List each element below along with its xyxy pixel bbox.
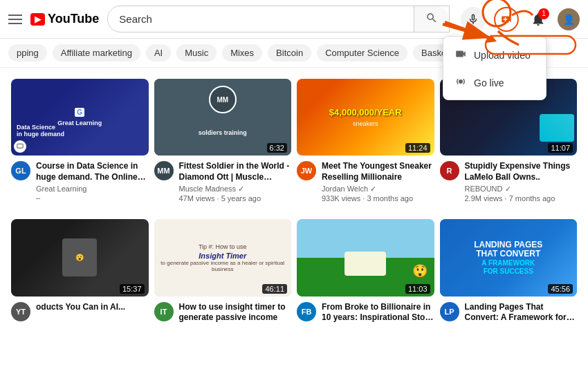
chip-music[interactable]: Music xyxy=(176,44,217,62)
video-info-6: IT How to use insight timer to generate … xyxy=(154,302,292,326)
thumbnail-8: LANDING PAGES THAT CONVERT A FRAMEWORK F… xyxy=(440,219,578,296)
video-meta-5: oducts You Can in AI... xyxy=(36,302,149,315)
video-card-3[interactable]: $4,000,000/YEAR sneakers 11:24 JW Meet T… xyxy=(297,79,434,203)
video-info-2: MM Fittest Soldier in the World - Diamon… xyxy=(154,161,292,203)
video-card-1[interactable]: G Great Learning Data Sciencein huge dem… xyxy=(11,79,149,203)
search-input[interactable] xyxy=(108,8,414,30)
duration-8: 45:56 xyxy=(548,284,573,294)
video-title-3: Meet The Youngest Sneaker Reselling Mill… xyxy=(322,161,434,182)
notification-badge: 1 xyxy=(538,8,549,19)
svg-point-0 xyxy=(459,79,463,84)
duration-7: 11:03 xyxy=(405,284,430,294)
video-title-8: Landing Pages That Convert: A Framework … xyxy=(465,302,578,323)
video-stats-3: 933K views · 3 months ago xyxy=(322,194,434,203)
channel-avatar-1: GL xyxy=(11,161,30,180)
thumbnail-3: $4,000,000/YEAR sneakers 11:24 xyxy=(297,79,434,156)
svg-rect-1 xyxy=(17,144,23,148)
channel-avatar-7: FB xyxy=(297,302,316,321)
upload-video-label: Upload video xyxy=(474,50,531,61)
video-meta-8: Landing Pages That Convert: A Framework … xyxy=(465,302,578,326)
duration-6: 46:11 xyxy=(262,284,287,294)
channel-avatar-8: LP xyxy=(440,302,459,321)
video-card-6[interactable]: Tip #: How to use Insight Timer to gener… xyxy=(154,219,292,325)
video-title-5: oducts You Can in AI... xyxy=(36,302,149,313)
video-stats-2: 47M views · 5 years ago xyxy=(179,194,292,203)
video-title-4: Stupidly Expensive Things LaMelo Ball Ow… xyxy=(465,161,578,182)
chip-pping[interactable]: pping xyxy=(8,44,47,62)
search-button[interactable] xyxy=(414,6,449,32)
channel-avatar-2: MM xyxy=(154,161,174,180)
video-card-5[interactable]: 😮 15:37 YT oducts You Can in AI... xyxy=(11,219,149,325)
chip-bitcoin[interactable]: Bitcoin xyxy=(268,44,311,62)
video-info-4: R Stupidly Expensive Things LaMelo Ball … xyxy=(440,161,578,203)
channel-avatar-6: IT xyxy=(154,302,174,321)
golive-icon xyxy=(454,75,467,90)
video-card-2[interactable]: MM soldiers training 6:32 MM Fittest Sol… xyxy=(154,79,292,203)
video-meta-6: How to use insight timer to generate pas… xyxy=(179,302,292,326)
channel-avatar-4: R xyxy=(440,161,459,180)
video-info-7: FB From Broke to Billionaire in 10 years… xyxy=(297,302,434,326)
video-section: G Great Learning Data Sciencein huge dem… xyxy=(0,68,588,334)
thumbnail-1: G Great Learning Data Sciencein huge dem… xyxy=(11,79,149,156)
header: ▶YouTube 1 xyxy=(0,0,588,39)
video-info-5: YT oducts You Can in AI... xyxy=(11,302,149,321)
video-stats-4: 2.9M views · 7 months ago xyxy=(465,194,578,203)
channel-name-3: Jordan Welch ✓ xyxy=(322,185,434,194)
thumbnail-5: 😮 15:37 xyxy=(11,219,149,296)
chip-ai[interactable]: AI xyxy=(146,44,171,62)
video-info-8: LP Landing Pages That Convert: A Framewo… xyxy=(440,302,578,326)
upload-video-item[interactable]: Upload video xyxy=(443,41,546,70)
video-meta-7: From Broke to Billionaire in 10 years: I… xyxy=(322,302,434,326)
video-meta-4: Stupidly Expensive Things LaMelo Ball Ow… xyxy=(465,161,578,203)
chip-affiliate-marketing[interactable]: Affiliate marketing xyxy=(53,44,140,62)
go-live-item[interactable]: Go live xyxy=(443,70,546,95)
video-info-3: JW Meet The Youngest Sneaker Reselling M… xyxy=(297,161,434,203)
youtube-logo: ▶YouTube xyxy=(30,12,99,26)
notifications-button[interactable]: 1 xyxy=(526,7,551,32)
video-meta-2: Fittest Soldier in the World - Diamond O… xyxy=(179,161,292,203)
duration-3: 11:24 xyxy=(405,143,430,153)
header-right: 1 👤 xyxy=(494,7,580,32)
chip-mixes[interactable]: Mixes xyxy=(222,44,262,62)
video-title-1: Course in Data Science in huge demand. T… xyxy=(36,161,149,182)
video-title-2: Fittest Soldier in the World - Diamond O… xyxy=(179,161,292,182)
channel-name-4: REBOUND ✓ xyxy=(465,185,578,194)
video-card-8[interactable]: LANDING PAGES THAT CONVERT A FRAMEWORK F… xyxy=(440,219,578,325)
channel-name-1: Great Learning xyxy=(36,185,149,193)
thumbnail-6: Tip #: How to use Insight Timer to gener… xyxy=(154,219,292,296)
thumbnail-2: MM soldiers training 6:32 xyxy=(154,79,292,156)
duration-2: 6:32 xyxy=(267,143,287,153)
video-card-7[interactable]: 😲 11:03 FB From Broke to Billionaire in … xyxy=(297,219,434,325)
channel-name-2: Muscle Madness ✓ xyxy=(179,185,292,194)
duration-4: 11:07 xyxy=(548,143,573,153)
go-live-label: Go live xyxy=(474,77,504,88)
header-left: ▶YouTube xyxy=(8,12,99,26)
chip-computer-science[interactable]: Computer Science xyxy=(317,44,407,62)
upload-icon xyxy=(454,48,467,63)
channel-avatar-3: JW xyxy=(297,161,316,180)
channel-avatar-5: YT xyxy=(11,302,30,321)
dropdown-menu: Upload video Go live xyxy=(443,36,546,100)
video-title-6: How to use insight timer to generate pas… xyxy=(179,302,292,323)
thumbnail-7: 😲 11:03 xyxy=(297,219,434,296)
video-meta-3: Meet The Youngest Sneaker Reselling Mill… xyxy=(322,161,434,203)
video-info-1: GL Course in Data Science in huge demand… xyxy=(11,161,149,202)
avatar[interactable]: 👤 xyxy=(558,8,580,30)
video-row-2: 😮 15:37 YT oducts You Can in AI... Tip #… xyxy=(6,211,582,330)
video-meta-1: Course in Data Science in huge demand. T… xyxy=(36,161,149,202)
create-button[interactable] xyxy=(494,7,519,32)
hamburger-menu[interactable] xyxy=(8,15,22,24)
duration-5: 15:37 xyxy=(120,284,145,294)
thumb-overlay-1: G Great Learning Data Sciencein huge dem… xyxy=(11,79,149,156)
search-bar xyxy=(107,6,450,32)
video-title-7: From Broke to Billionaire in 10 years: I… xyxy=(322,302,434,323)
mic-button[interactable] xyxy=(461,7,486,32)
video-stats-1: – xyxy=(36,194,149,202)
